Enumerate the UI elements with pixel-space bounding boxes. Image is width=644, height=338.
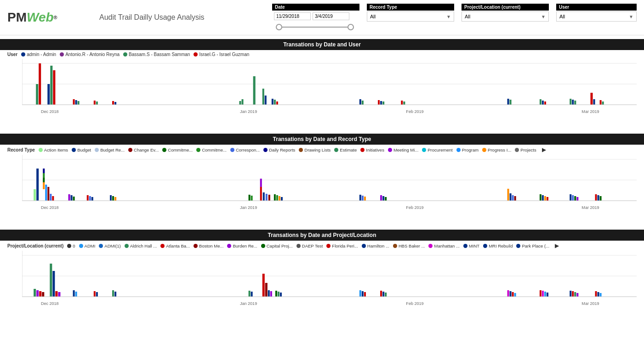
legend-item-meeting: Meeting Mi... <box>388 147 418 152</box>
legend-dot-meeting <box>388 148 392 152</box>
chart3-plot: Dec 2018 Jan 2019 Feb 2019 Mar 2019 <box>22 251 637 318</box>
svg-rect-43 <box>600 100 602 105</box>
legend-item-israel: Israel.G - Israel Guzman <box>194 52 249 57</box>
svg-rect-40 <box>574 101 576 105</box>
project-location-select-wrap[interactable]: All ▼ <box>462 11 549 22</box>
legend-label-bassam: Bassam.S - Bassam Samman <box>129 52 190 57</box>
chart1-title: Transations by Date and User <box>0 39 644 50</box>
date-end-input[interactable] <box>313 12 349 20</box>
legend-label-initiatives: Initiatives <box>366 147 384 152</box>
record-type-label: Record Type <box>367 4 454 11</box>
legend-item-mri: MRI Rebuild <box>483 243 513 248</box>
svg-rect-10 <box>53 70 55 105</box>
svg-rect-99 <box>572 195 574 201</box>
svg-rect-79 <box>268 195 270 201</box>
svg-rect-71 <box>112 196 114 201</box>
logo-web: Web <box>27 10 54 25</box>
svg-rect-148 <box>542 291 544 297</box>
svg-rect-8 <box>47 84 50 105</box>
legend-dot-admi1 <box>99 244 103 248</box>
svg-rect-155 <box>595 291 597 297</box>
project-location-label: Project/Location (current) <box>462 4 549 11</box>
chart1-content: User admin - Admin Antonio.R - Antonio R… <box>0 50 644 130</box>
legend-item-progress: Progress I... <box>482 147 511 152</box>
svg-rect-130 <box>262 274 265 297</box>
svg-rect-95 <box>542 195 544 201</box>
svg-rect-55 <box>36 169 39 201</box>
svg-rect-125 <box>96 292 98 297</box>
svg-text:Jan 2019: Jan 2019 <box>240 301 257 306</box>
svg-rect-142 <box>385 293 387 297</box>
legend-dot-correspon <box>230 148 234 152</box>
legend-label-park: Park Place (... <box>522 243 549 248</box>
svg-rect-85 <box>362 196 364 201</box>
legend-dot-aldrich <box>125 244 129 248</box>
svg-rect-70 <box>110 195 112 201</box>
svg-rect-16 <box>112 101 114 105</box>
legend-item-antonio: Antonio.R - Antonio Reyna <box>60 52 120 57</box>
slider-right-handle[interactable] <box>348 24 354 30</box>
svg-rect-118 <box>50 264 52 297</box>
legend-dot-progress <box>482 148 486 152</box>
svg-rect-137 <box>359 290 361 297</box>
legend-label-drawing: Drawing Lists <box>304 147 331 152</box>
app-title: Audit Trail Dailly Usage Analysis <box>99 13 205 22</box>
legend-dot-florida <box>326 244 331 248</box>
user-filter: User All ▼ <box>556 4 637 22</box>
legend3-more-arrow-icon[interactable]: ▶ <box>555 242 559 249</box>
svg-rect-128 <box>249 291 251 297</box>
legend-dot-changeev <box>128 148 132 152</box>
svg-rect-96 <box>544 196 546 201</box>
legend-label-correspon: Correspon... <box>236 147 260 152</box>
legend-item-changeev: Change Ev... <box>128 147 159 152</box>
legend-item-action: Action Items <box>39 147 68 152</box>
svg-rect-21 <box>262 89 264 105</box>
user-select-wrap[interactable]: All ▼ <box>556 11 637 22</box>
legend-more-arrow-icon[interactable]: ▶ <box>542 146 546 153</box>
legend-item-bassam: Bassam.S - Bassam Samman <box>123 52 190 57</box>
legend-label-admi1: ADMI(1) <box>104 243 120 248</box>
svg-rect-120 <box>55 291 57 297</box>
legend-dot-atlanta <box>160 244 165 248</box>
record-type-select[interactable]: All <box>370 14 445 19</box>
svg-rect-101 <box>576 197 578 201</box>
legend-label-boston: Boston Me... <box>199 243 223 248</box>
svg-rect-146 <box>514 293 516 297</box>
svg-rect-88 <box>382 196 384 201</box>
record-type-select-wrap[interactable]: All ▼ <box>367 11 454 22</box>
chart3-title: Transations by Date and Project/Location <box>0 230 644 241</box>
chart3-section: Transations by Date and Project/Location… <box>0 230 644 322</box>
date-start-input[interactable] <box>274 12 311 20</box>
legend-label-aldrich: Aldrich Hall ... <box>130 243 157 248</box>
svg-rect-15 <box>96 101 98 105</box>
svg-rect-33 <box>507 99 509 105</box>
legend-dot-capital <box>261 244 265 248</box>
legend-label-atlanta: Atlanta Ba... <box>166 243 190 248</box>
svg-rect-135 <box>278 292 279 297</box>
svg-rect-94 <box>540 194 541 201</box>
svg-rect-62 <box>50 194 51 201</box>
svg-rect-133 <box>270 291 272 297</box>
svg-rect-17 <box>114 102 116 105</box>
slider-left-handle[interactable] <box>276 24 282 30</box>
svg-text:Dec 2018: Dec 2018 <box>41 301 59 306</box>
user-select[interactable]: All <box>559 14 627 19</box>
legend-dot-commitme2 <box>196 148 200 152</box>
legend-item-daily: Daily Reports <box>263 147 295 152</box>
legend-label-mint: MINT <box>469 243 479 248</box>
svg-rect-67 <box>87 195 89 201</box>
svg-rect-116 <box>39 291 41 297</box>
svg-text:Mar 2019: Mar 2019 <box>581 301 599 306</box>
svg-rect-89 <box>385 197 387 201</box>
svg-text:Dec 2018: Dec 2018 <box>41 109 59 114</box>
svg-rect-97 <box>547 197 548 201</box>
svg-rect-14 <box>94 101 96 105</box>
svg-rect-64 <box>68 194 70 201</box>
svg-rect-7 <box>39 63 41 105</box>
date-slider[interactable] <box>272 23 359 31</box>
svg-rect-81 <box>276 195 278 201</box>
svg-rect-72 <box>114 197 116 201</box>
svg-rect-92 <box>512 195 514 201</box>
project-location-select[interactable]: All <box>465 14 539 19</box>
legend-item-hamilton: Hamilton ... <box>362 243 389 248</box>
